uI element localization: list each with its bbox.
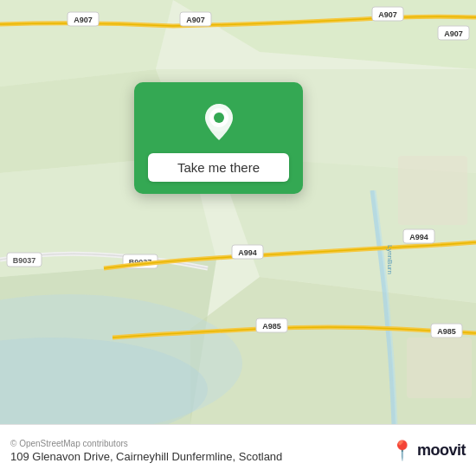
svg-text:A907: A907 [444,29,463,38]
copyright-text: © OpenStreetMap contributors [10,439,282,448]
svg-text:A907: A907 [74,16,93,24]
map-svg: A907 A907 A907 A907 B9037 B9037 A994 A99… [0,0,476,424]
svg-text:A985: A985 [262,322,281,331]
svg-text:A994: A994 [409,233,428,241]
svg-text:A994: A994 [238,248,257,257]
svg-text:A985: A985 [437,327,456,336]
footer-left: © OpenStreetMap contributors 109 Glenavo… [10,439,282,463]
take-me-there-button[interactable]: Take me there [148,153,289,182]
svg-text:LynnBurn: LynnBurn [386,245,394,274]
svg-text:B9037: B9037 [13,256,36,265]
address-text: 109 Glenavon Drive, Cairneyhill Dunferml… [10,450,282,463]
location-pin-icon [196,100,241,145]
svg-point-36 [214,113,224,123]
map-area: A907 A907 A907 A907 B9037 B9037 A994 A99… [0,0,476,424]
svg-rect-32 [398,156,467,225]
moovit-wordmark: moovit [417,441,466,460]
svg-text:A907: A907 [378,10,397,19]
svg-rect-33 [407,338,472,398]
svg-text:A907: A907 [186,16,205,24]
location-card: Take me there [134,82,303,194]
moovit-logo: 📍 moovit [390,441,466,460]
moovit-pin-icon: 📍 [390,441,414,460]
footer: © OpenStreetMap contributors 109 Glenavo… [0,424,476,476]
